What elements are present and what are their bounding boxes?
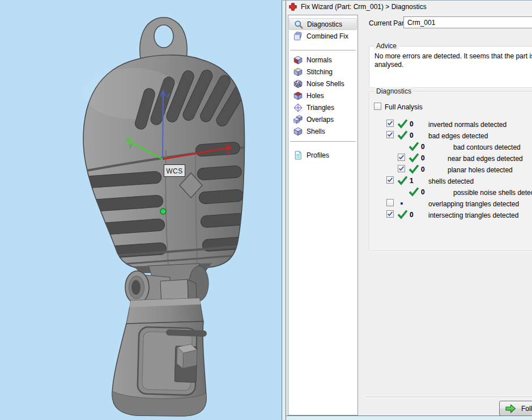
magnifier-icon: [294, 20, 303, 29]
green-check-icon: [397, 130, 408, 140]
diagnostic-checkbox[interactable]: [386, 210, 394, 218]
sidebar-separator: [290, 141, 356, 142]
y-axis-label: y: [129, 142, 133, 149]
combined-cubes-icon: [293, 32, 303, 41]
diagnostic-count: 0: [410, 211, 414, 219]
diagnostic-label: possible noise shells detected: [453, 189, 532, 197]
diagnostic-count: 0: [410, 131, 414, 139]
diagnostic-row: 0inverted normals detected: [369, 118, 532, 130]
diagnostic-label: overlapping triangles detected: [428, 200, 519, 208]
sidebar-item-stitching[interactable]: Stitching: [289, 66, 357, 78]
diagnostic-row: overlapping triangles detected: [369, 198, 532, 209]
current-part-combobox[interactable]: Crm_001: [403, 16, 532, 28]
diagnostics-rows: 0inverted normals detected0bad edges det…: [369, 92, 532, 251]
diagnostic-count: 0: [421, 154, 425, 162]
diagnostic-checkbox[interactable]: [386, 131, 394, 138]
sidebar-item-label: Normals: [307, 56, 332, 64]
diagnostic-row: 0possible noise shells detected: [369, 186, 532, 198]
mic-switch: [175, 344, 197, 383]
green-check-icon: [397, 119, 408, 129]
diagnostic-row: 0intersecting triangles detected: [369, 209, 532, 220]
title-bar[interactable]: Fix Wizard (Part: Crm_001) > Diagnostics: [287, 1, 532, 12]
diagnostic-checkbox[interactable]: [386, 176, 394, 184]
diagnostic-label: bad edges detected: [428, 132, 488, 140]
svg-text:WCS: WCS: [166, 167, 183, 175]
sidebar-item-label: Overlaps: [307, 116, 334, 124]
advice-group: Advice No more errors are detected. It s…: [369, 46, 532, 88]
diagnostic-count: 0: [421, 143, 425, 151]
green-check-icon: [397, 176, 408, 185]
sidebar-item-overlaps[interactable]: Overlaps: [289, 113, 357, 125]
z-axis-label: z: [167, 92, 170, 99]
follow-advice-label: Follow Advice: [521, 405, 532, 413]
blue-dot-icon: [401, 202, 403, 205]
window-border-bottom: [286, 415, 532, 420]
sidebar-item-combined-fix[interactable]: Combined Fix: [289, 30, 357, 42]
diagnostic-label: planar holes detected: [448, 166, 513, 174]
green-check-icon: [408, 187, 419, 197]
green-arrow-icon: [505, 403, 517, 414]
footer-separator: [365, 397, 532, 398]
sidebar-separator: [290, 50, 356, 50]
diagnostic-row: 0bad contours detected: [369, 141, 532, 152]
sidebar-item-label: Holes: [307, 92, 324, 100]
diagnostic-count: 0: [421, 188, 425, 196]
cube-yellow-edge-icon: [293, 67, 303, 77]
double-cube-icon: [293, 115, 303, 124]
sidebar-item-noise-shells[interactable]: Noise Shells: [289, 78, 357, 90]
sidebar-item-label: Shells: [307, 128, 325, 135]
sidebar-item-label: Combined Fix: [307, 32, 348, 40]
green-check-icon: [408, 142, 419, 151]
dice-icon: [293, 79, 303, 88]
diagnostic-row: 0near bad edges detected: [369, 152, 532, 164]
diagnostic-checkbox[interactable]: [386, 199, 394, 206]
x-axis-label: x: [227, 150, 230, 156]
wireframe-icon: [293, 103, 303, 112]
cube-red-front-icon: [293, 56, 303, 65]
diagnostic-label: shells detected: [428, 177, 474, 185]
window-border-left: [282, 1, 286, 420]
sidebar-item-diagnostics[interactable]: Diagnostics: [289, 18, 357, 30]
diagnostic-row: 0planar holes detected: [369, 164, 532, 175]
microphone-model: z y x WCS: [0, 0, 282, 420]
sidebar-item-shells[interactable]: Shells: [289, 125, 357, 137]
sidebar-item-label: Triangles: [307, 104, 334, 112]
diagnostic-label: near bad edges detected: [448, 155, 523, 163]
current-part-label: Current Part:: [369, 19, 408, 27]
red-cross-icon: [289, 3, 297, 11]
vertex-marker: [160, 209, 166, 214]
mic-base: [112, 298, 207, 416]
advice-group-title: Advice: [374, 42, 399, 50]
sidebar-item-label: Noise Shells: [307, 80, 344, 88]
cube-icon: [293, 127, 303, 136]
fix-wizard-window: Fix Wizard (Part: Crm_001) > Diagnostics…: [282, 0, 532, 420]
current-part-value: Crm_001: [407, 19, 435, 27]
diagnostic-checkbox[interactable]: [386, 120, 394, 127]
diagnostic-count: 0: [410, 120, 414, 128]
sidebar-item-label: Profiles: [307, 151, 329, 159]
diagnostic-row: 1shells detected: [369, 175, 532, 186]
wcs-label: WCS: [164, 165, 185, 177]
sidebar-item-label: Stitching: [307, 68, 333, 76]
green-check-icon: [397, 210, 408, 219]
diagnostics-group: Diagnostics Full Analysis 0inverted norm…: [369, 91, 532, 251]
diagnostic-label: intersecting triangles detected: [428, 211, 518, 219]
diagnostic-checkbox[interactable]: [398, 154, 405, 161]
document-icon: [293, 151, 303, 160]
sidebar-item-normals[interactable]: Normals: [289, 54, 357, 66]
sidebar-item-holes[interactable]: Holes: [289, 90, 357, 101]
green-check-icon: [408, 153, 419, 163]
sidebar-list: DiagnosticsCombined FixNormalsStitchingN…: [288, 15, 358, 415]
follow-advice-button[interactable]: Follow Advice: [499, 401, 532, 416]
sidebar-item-triangles[interactable]: Triangles: [289, 101, 357, 113]
diagnostic-count: 0: [421, 166, 425, 173]
sidebar-item-profiles[interactable]: Profiles: [289, 149, 357, 161]
3d-viewport[interactable]: z y x WCS: [0, 0, 282, 420]
diagnostic-checkbox[interactable]: [398, 165, 405, 172]
window-title: Fix Wizard (Part: Crm_001) > Diagnostics: [301, 3, 427, 11]
diagnostic-label: inverted normals detected: [428, 121, 507, 129]
cube-red-top-icon: [293, 91, 303, 100]
screen: z y x WCS Fix Wizard (Part: Cr: [0, 0, 532, 420]
sidebar-item-label: Diagnostics: [307, 20, 342, 28]
diagnostic-count: 1: [410, 177, 414, 185]
